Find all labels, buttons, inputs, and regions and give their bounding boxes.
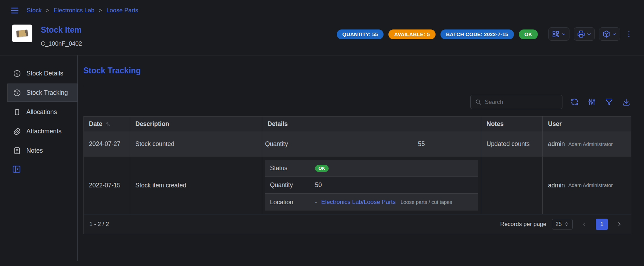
- table-footer: 1 - 2 / 2 Records per page 25 1: [84, 214, 631, 234]
- records-per-page-value: 25: [555, 221, 562, 227]
- search-box: [470, 95, 562, 109]
- location-description: Loose parts / cut tapes: [401, 199, 452, 205]
- sidebar-item-stock-details[interactable]: Stock Details: [8, 65, 77, 82]
- stock-tracking-table: Date Description Details Notes User 20: [83, 116, 631, 234]
- sidebar: Stock Details Stock Tracking Allocations…: [0, 55, 78, 261]
- barcode-icon: [552, 30, 560, 38]
- notes-icon: [13, 147, 21, 155]
- title-block: Stock Item C_100nF_0402: [41, 25, 82, 47]
- body: Stock Details Stock Tracking Allocations…: [0, 55, 644, 261]
- refresh-button[interactable]: [569, 97, 580, 107]
- sidebar-item-label: Stock Details: [26, 70, 63, 77]
- detail-value: 55: [418, 140, 425, 148]
- cell-details: Status OK Quantity 50 Location - Electro…: [262, 157, 481, 214]
- column-label: Details: [268, 120, 288, 128]
- refresh-icon: [570, 98, 579, 106]
- column-header-details[interactable]: Details: [262, 117, 481, 132]
- heading-divider: [83, 86, 631, 86]
- column-header-notes[interactable]: Notes: [481, 117, 543, 132]
- breadcrumb-stock[interactable]: Stock: [27, 7, 42, 14]
- barcode-actions-button[interactable]: [548, 27, 569, 41]
- breadcrumb-loose-parts[interactable]: Loose Parts: [107, 7, 139, 14]
- username: admin: [548, 140, 565, 148]
- table-settings-button[interactable]: [587, 97, 597, 107]
- collapse-sidebar-icon: [12, 165, 21, 174]
- location-link[interactable]: Electronics Lab/Loose Parts: [321, 199, 396, 206]
- more-options-button[interactable]: [624, 28, 633, 40]
- detail-label: Location: [270, 199, 315, 206]
- page-title: Stock Item: [41, 25, 82, 35]
- download-icon: [622, 98, 631, 106]
- sidebar-item-attachments[interactable]: Attachments: [8, 122, 77, 140]
- cell-user: admin Adam Administrator: [543, 132, 631, 156]
- stock-actions-button[interactable]: [599, 27, 620, 41]
- stock-item-name: C_100nF_0402: [41, 40, 82, 47]
- menu-button[interactable]: [10, 6, 20, 15]
- batch-code-badge: BATCH CODE: 2022-7-15: [440, 29, 514, 39]
- chevron-down-icon: [586, 32, 592, 37]
- sidebar-item-label: Attachments: [26, 128, 62, 135]
- table-row[interactable]: 2022-07-15 Stock item created Status OK …: [84, 157, 631, 214]
- page-header: Stock Item C_100nF_0402 QUANTITY: 55 AVA…: [0, 21, 644, 55]
- cell-date: 2024-07-27: [84, 132, 130, 156]
- cell-notes: [481, 157, 543, 214]
- pagination-controls: Records per page 25 1: [500, 219, 625, 230]
- sidebar-item-allocations[interactable]: Allocations: [8, 103, 77, 121]
- sidebar-item-label: Stock Tracking: [26, 89, 68, 97]
- cell-description: Stock counted: [130, 132, 262, 156]
- table-toolbar: [83, 95, 631, 109]
- records-per-page-label: Records per page: [500, 221, 546, 227]
- cell-notes: Updated counts: [481, 132, 543, 156]
- table-row[interactable]: 2024-07-27 Stock counted Quantity 55 Upd…: [84, 132, 631, 157]
- available-badge: AVAILABLE: 5: [388, 29, 435, 39]
- menu-icon: [10, 6, 20, 15]
- stock-item-thumbnail[interactable]: [12, 25, 32, 42]
- sidebar-item-label: Allocations: [26, 108, 57, 116]
- breadcrumb-electronics-lab[interactable]: Electronics Lab: [53, 7, 94, 14]
- cell-description: Stock item created: [130, 157, 262, 214]
- chevron-down-icon: [612, 32, 617, 37]
- detail-label: Quantity: [270, 181, 315, 189]
- user-full-name: Adam Administrator: [568, 182, 613, 188]
- detail-quantity: Quantity 55: [265, 140, 478, 148]
- column-header-description[interactable]: Description: [130, 117, 262, 132]
- detail-prefix: -: [315, 199, 317, 206]
- column-label: Date: [89, 120, 102, 128]
- topbar: Stock > Electronics Lab > Loose Parts: [0, 0, 644, 21]
- status-ok-badge: OK: [519, 29, 538, 39]
- breadcrumb-separator: >: [46, 7, 50, 14]
- sort-icon[interactable]: [105, 121, 111, 127]
- sidebar-item-notes[interactable]: Notes: [8, 142, 77, 159]
- search-input[interactable]: [485, 99, 562, 105]
- download-button[interactable]: [621, 97, 631, 107]
- detail-quantity: Quantity 50: [265, 177, 478, 194]
- collapse-sidebar-button[interactable]: [12, 165, 24, 174]
- cell-user: admin Adam Administrator: [543, 157, 631, 214]
- adjustments-icon: [587, 98, 596, 106]
- history-icon: [13, 89, 21, 97]
- records-per-page-select[interactable]: 25: [552, 219, 573, 230]
- page-1-button[interactable]: 1: [596, 219, 608, 230]
- record-range: 1 - 2 / 2: [89, 221, 109, 227]
- header-actions: [548, 27, 633, 41]
- cell-details: Quantity 55: [262, 132, 481, 156]
- sidebar-item-label: Notes: [26, 147, 43, 154]
- table-header-row: Date Description Details Notes User: [84, 116, 631, 132]
- previous-page-button[interactable]: [578, 219, 590, 230]
- detail-label: Quantity: [265, 140, 314, 148]
- breadcrumb: Stock > Electronics Lab > Loose Parts: [27, 7, 138, 14]
- main-panel: Stock Tracking Date: [78, 55, 644, 261]
- column-header-user[interactable]: User: [543, 117, 631, 132]
- component-image: [16, 29, 28, 37]
- column-header-date[interactable]: Date: [84, 117, 130, 132]
- filter-button[interactable]: [604, 97, 614, 107]
- next-page-button[interactable]: [613, 219, 625, 230]
- chevron-left-icon: [581, 221, 587, 227]
- panel-heading: Stock Tracking: [83, 66, 631, 75]
- print-actions-button[interactable]: [574, 27, 595, 41]
- breadcrumb-separator: >: [99, 7, 102, 14]
- column-label: Description: [135, 120, 169, 128]
- stock-actions-icon: [602, 30, 611, 38]
- search-icon: [475, 99, 482, 106]
- sidebar-item-stock-tracking[interactable]: Stock Tracking: [8, 84, 77, 101]
